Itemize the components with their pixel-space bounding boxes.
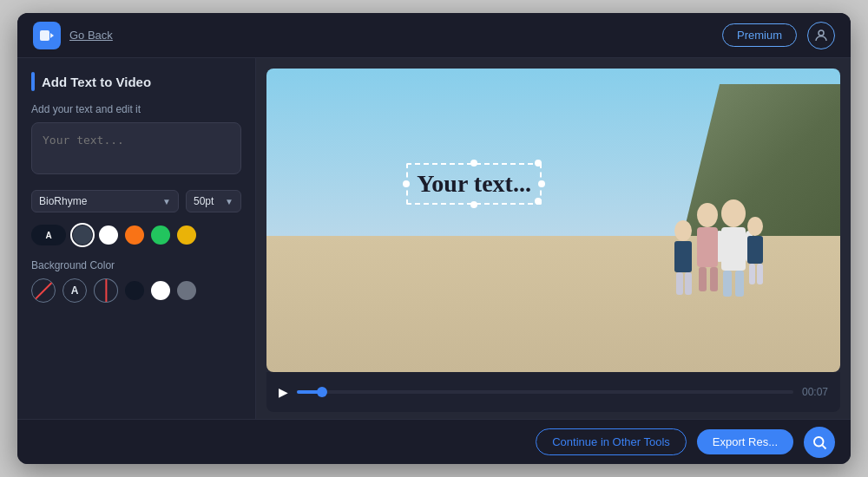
svg-rect-7 — [723, 271, 732, 297]
header: Go Back Premium — [17, 13, 851, 58]
bottom-bar: Continue in Other Tools Export Res... — [17, 419, 851, 464]
white-bg-option[interactable] — [151, 281, 170, 300]
svg-rect-8 — [735, 271, 744, 297]
svg-marker-1 — [50, 33, 54, 38]
svg-line-22 — [822, 445, 825, 448]
accent-bar — [31, 72, 35, 91]
search-fab-button[interactable] — [804, 427, 835, 458]
text-overlay-container: Your text... — [410, 167, 538, 201]
bg-color-row: A — [31, 278, 241, 303]
font-family-value: BioRhyme — [39, 195, 87, 207]
yellow-color-dot[interactable] — [177, 225, 196, 245]
svg-point-9 — [697, 203, 718, 227]
color-toggle-label: A — [45, 231, 51, 240]
svg-point-2 — [819, 30, 824, 36]
svg-point-13 — [674, 220, 692, 241]
svg-point-17 — [747, 217, 763, 236]
user-icon — [813, 28, 829, 43]
video-area: Your text... ▶ 00:07 — [256, 58, 851, 419]
timeline: ▶ 00:07 — [266, 372, 840, 412]
text-overlay-wrapper[interactable]: Your text... — [410, 167, 538, 201]
video-container: Your text... — [266, 69, 840, 372]
no-bg-option[interactable] — [31, 278, 56, 303]
text-color-row: A — [31, 225, 241, 245]
gray-bg-option[interactable] — [177, 281, 196, 300]
text-area-label: Add your text and edit it — [31, 103, 241, 115]
svg-rect-15 — [676, 272, 683, 295]
sidebar: Add Text to Video Add your text and edit… — [17, 58, 256, 419]
green-color-dot[interactable] — [151, 225, 170, 245]
svg-point-21 — [814, 437, 824, 447]
search-icon — [812, 435, 827, 450]
sidebar-title: Add Text to Video — [42, 75, 151, 89]
handle-mid-right[interactable] — [403, 180, 410, 187]
font-family-select[interactable]: BioRhyme ▼ — [31, 190, 179, 212]
diagonal-bg-option[interactable] — [89, 273, 123, 308]
continue-button[interactable]: Continue in Other Tools — [536, 428, 687, 455]
handle-mid-right2[interactable] — [538, 180, 545, 187]
timeline-thumb[interactable] — [317, 387, 327, 397]
header-right: Premium — [722, 22, 835, 49]
text-overlay-border — [406, 163, 542, 205]
handle-bottom-center[interactable] — [470, 201, 477, 208]
color-toggle[interactable]: A — [31, 225, 66, 245]
handle-top-center[interactable] — [470, 160, 477, 167]
black-bg-option[interactable] — [125, 281, 144, 300]
svg-rect-19 — [749, 264, 755, 284]
svg-rect-14 — [674, 241, 692, 272]
svg-rect-10 — [697, 227, 718, 267]
go-back-button[interactable]: Go Back — [69, 29, 113, 42]
svg-rect-0 — [40, 30, 49, 41]
premium-button[interactable]: Premium — [722, 23, 797, 47]
svg-rect-12 — [710, 267, 718, 291]
app-logo — [33, 22, 61, 49]
svg-rect-11 — [699, 267, 707, 291]
orange-color-dot[interactable] — [125, 225, 144, 245]
font-chevron-icon: ▼ — [162, 197, 171, 206]
svg-rect-16 — [685, 272, 692, 295]
font-size-value: 50pt — [194, 195, 214, 207]
text-bg-option[interactable]: A — [62, 278, 87, 303]
header-left: Go Back — [33, 22, 113, 49]
bg-color-label: Background Color — [31, 259, 241, 271]
timeline-track[interactable] — [297, 390, 793, 394]
app-window: Go Back Premium Add Text to Video Add yo… — [17, 13, 851, 464]
app-logo-icon — [38, 27, 56, 44]
main-content: Add Text to Video Add your text and edit… — [17, 58, 851, 419]
text-input[interactable] — [31, 122, 241, 174]
font-size-select[interactable]: 50pt ▼ — [186, 190, 241, 212]
handle-bottom-right[interactable] — [535, 198, 542, 205]
sidebar-title-bar: Add Text to Video — [31, 72, 241, 91]
timeline-duration: 00:07 — [802, 386, 828, 398]
size-chevron-icon: ▼ — [225, 197, 233, 206]
user-avatar[interactable] — [807, 22, 835, 49]
svg-rect-20 — [757, 264, 763, 284]
beach-scene — [266, 69, 840, 372]
handle-top-right[interactable] — [535, 160, 542, 167]
svg-rect-4 — [721, 227, 746, 271]
play-button[interactable]: ▶ — [279, 385, 288, 399]
dark-gray-color-dot[interactable] — [73, 225, 92, 245]
people-svg — [621, 179, 794, 317]
font-controls: BioRhyme ▼ 50pt ▼ — [31, 190, 241, 212]
svg-point-3 — [721, 199, 746, 227]
white-color-dot[interactable] — [99, 225, 118, 245]
svg-rect-18 — [747, 236, 763, 264]
export-button[interactable]: Export Res... — [697, 429, 793, 454]
